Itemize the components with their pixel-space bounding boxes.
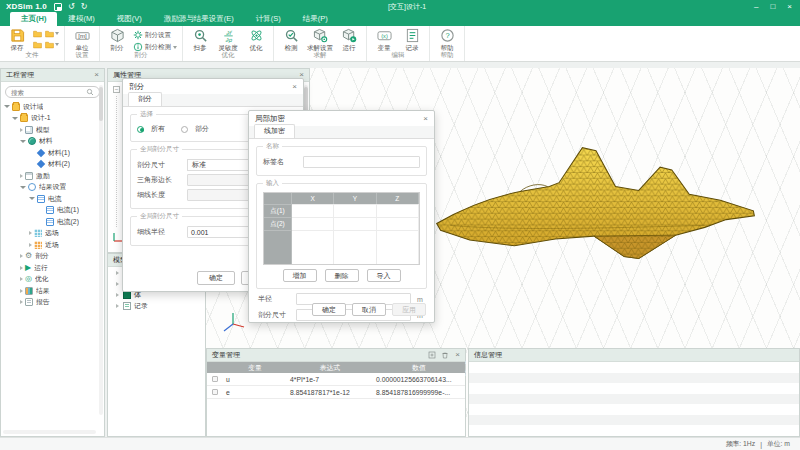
project-scrollbar[interactable]: [99, 85, 103, 415]
tree-item-material-2[interactable]: 材料(2): [1, 159, 104, 171]
tree-item-farfield[interactable]: 远场: [1, 228, 104, 240]
tab-modeling[interactable]: 建模(M): [57, 12, 105, 26]
tree-item-run[interactable]: ▶运行: [1, 262, 104, 274]
cancel-button[interactable]: 取消: [352, 303, 386, 316]
maximize-button[interactable]: □: [770, 2, 775, 11]
tree-item-design-domain[interactable]: 设计域: [1, 101, 104, 113]
row-checkbox[interactable]: [212, 376, 218, 382]
menu-bar: 主页(H) 建模(M) 视图(V) 激励源与结果设置(E) 计算(S) 结果(P…: [0, 13, 800, 26]
tree-item-material-1[interactable]: 材料(1): [1, 147, 104, 159]
tab-view[interactable]: 视图(V): [106, 12, 153, 26]
cell-input[interactable]: [377, 217, 419, 230]
folder-icon: [20, 114, 28, 122]
project-hscrollbar[interactable]: [3, 430, 96, 434]
variable-button[interactable]: 变量: [372, 28, 396, 53]
tab-results[interactable]: 结果(P): [292, 12, 339, 26]
group-label-solve: 求解: [274, 51, 366, 60]
add-variable-icon[interactable]: [428, 351, 436, 359]
project-search[interactable]: [5, 86, 100, 98]
expander-icon[interactable]: −: [113, 86, 120, 93]
farfield-icon: [34, 229, 42, 237]
undo-icon[interactable]: ↺: [68, 3, 75, 11]
row-checkbox[interactable]: [212, 389, 218, 395]
radio-part[interactable]: [181, 126, 188, 133]
recent-projects-button[interactable]: [45, 29, 59, 38]
unit-ruler-icon: [75, 28, 90, 43]
tree-item-current[interactable]: 电流: [1, 193, 104, 205]
row-filler: [264, 230, 292, 264]
box-gear-icon: [313, 28, 328, 43]
tab-line-refine[interactable]: 线加密: [254, 124, 295, 138]
cell-input[interactable]: [292, 217, 334, 230]
tree-item-nearfield[interactable]: 近场: [1, 239, 104, 251]
import-project-button[interactable]: [45, 40, 59, 49]
tree-item-current-1[interactable]: 电流(1): [1, 205, 104, 217]
new-project-button[interactable]: [33, 40, 42, 49]
import-button[interactable]: 导入: [367, 269, 401, 282]
tab-compute[interactable]: 计算(S): [245, 12, 292, 26]
mesh-settings-button[interactable]: 剖分设置: [133, 30, 177, 40]
tab-excitation-results[interactable]: 激励源与结果设置(E): [153, 12, 245, 26]
mesh-button[interactable]: 剖分: [105, 28, 129, 53]
cube-icon: [110, 28, 125, 43]
run-button[interactable]: 运行: [337, 28, 361, 53]
atom-icon: [249, 28, 264, 43]
cell-input[interactable]: [334, 204, 376, 217]
sweep-button[interactable]: 扫参: [188, 28, 212, 53]
add-button[interactable]: 增加: [283, 269, 317, 282]
model-item-record[interactable]: 记录: [108, 300, 205, 311]
help-button[interactable]: 帮助: [435, 28, 459, 53]
table-row[interactable]: e 8.854187817*1e-12 8.854187816999999e-.…: [207, 386, 465, 399]
ribbon-group-help: 帮助 帮助: [430, 26, 465, 61]
radio-all[interactable]: [137, 126, 144, 133]
optimize-button[interactable]: 优化: [244, 28, 268, 53]
tree-item-result-settings[interactable]: 结果设置: [1, 182, 104, 194]
quick-save-icon[interactable]: [54, 3, 62, 11]
check-button[interactable]: 检测: [279, 28, 303, 53]
close-icon[interactable]: ×: [423, 115, 428, 123]
cell-input[interactable]: [377, 204, 419, 217]
open-project-button[interactable]: [33, 29, 42, 38]
close-button[interactable]: ×: [787, 2, 792, 11]
tree-item-optimize[interactable]: ◎优化: [1, 274, 104, 286]
name-group: 名称 标签名: [256, 142, 427, 176]
tree-item-report[interactable]: 报告: [1, 297, 104, 309]
unit-button[interactable]: 单位: [70, 28, 94, 53]
minimize-button[interactable]: –: [754, 2, 758, 11]
tab-mesh[interactable]: 剖分: [128, 92, 162, 106]
search-input[interactable]: [11, 89, 86, 96]
close-icon[interactable]: ×: [94, 71, 99, 79]
close-icon[interactable]: ×: [292, 83, 297, 91]
redo-icon[interactable]: ↻: [81, 3, 88, 11]
label-name-input[interactable]: [303, 156, 420, 168]
material-item-icon: [37, 149, 45, 157]
ok-button[interactable]: 确定: [197, 271, 235, 285]
current-icon: [46, 206, 54, 214]
close-icon[interactable]: ×: [455, 351, 460, 359]
tree-item-design-1[interactable]: 设计-1: [1, 113, 104, 125]
tree-item-model[interactable]: 模型: [1, 124, 104, 136]
delete-button[interactable]: 删除: [325, 269, 359, 282]
save-button[interactable]: 保存: [5, 28, 29, 53]
tab-home[interactable]: 主页(H): [10, 12, 57, 26]
fighter-jet-mesh-model[interactable]: [428, 138, 764, 274]
tree-item-mesh[interactable]: ⚙剖分: [1, 251, 104, 263]
cell-input[interactable]: [292, 204, 334, 217]
table-row[interactable]: u 4*PI*1e-7 0.00000125663706143...: [207, 373, 465, 386]
tree-item-current-2[interactable]: 电流(2): [1, 216, 104, 228]
tree-item-excitation[interactable]: 激励: [1, 170, 104, 182]
question-circle-icon: [440, 28, 455, 43]
tree-item-result[interactable]: 结果: [1, 285, 104, 297]
ok-button[interactable]: 确定: [312, 303, 346, 316]
delete-variable-icon[interactable]: [441, 351, 449, 359]
tree-item-material[interactable]: 材料: [1, 136, 104, 148]
sensitivity-button[interactable]: 灵敏度: [216, 28, 240, 53]
record-button[interactable]: 记录: [400, 28, 424, 53]
optimize-icon: ◎: [25, 275, 32, 283]
chevron-down-icon: [173, 46, 177, 49]
apply-button[interactable]: 应用: [392, 303, 426, 316]
solve-settings-button[interactable]: 求解设置: [307, 28, 333, 53]
cell-input[interactable]: [334, 217, 376, 230]
group-label-help: 帮助: [430, 51, 464, 60]
ribbon-group-solve: 检测 求解设置 运行 求解: [274, 26, 367, 61]
